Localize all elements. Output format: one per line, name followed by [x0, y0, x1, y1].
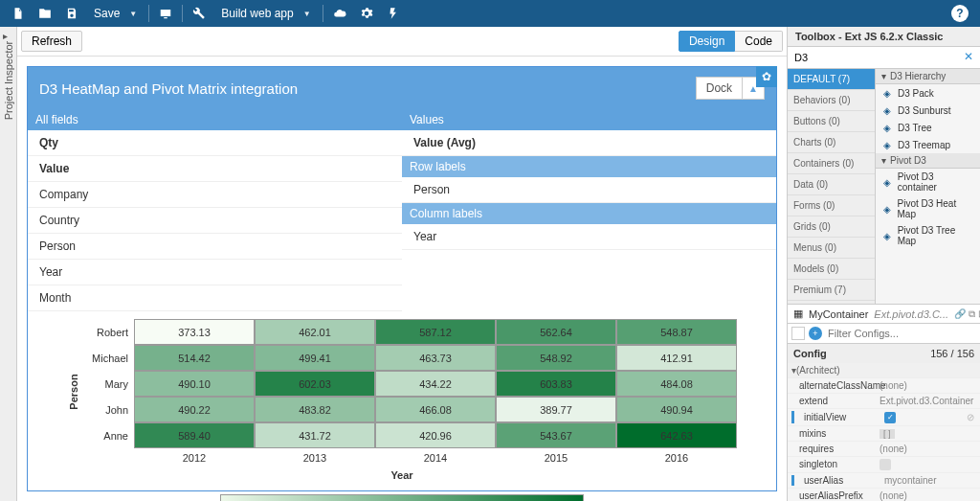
pivot-config-area: All fields QtyValueCompanyCountryPersonY… — [28, 109, 776, 311]
toolbox-panel: Toolbox - Ext JS 6.2.x Classic ✕ DEFAULT… — [787, 27, 980, 501]
heatmap-x-tick: 2013 — [255, 448, 375, 464]
toolbox-item[interactable]: ◈D3 Tree — [876, 119, 980, 136]
heatmap-cell: 373.13 — [134, 319, 255, 345]
checkbox-icon[interactable] — [791, 327, 805, 340]
clear-search-button[interactable]: ✕ — [960, 50, 977, 65]
toolbox-search-input[interactable] — [791, 50, 960, 65]
field-item[interactable]: Value (Avg) — [402, 130, 776, 156]
save-button[interactable]: Save — [86, 3, 145, 24]
component-icon: ◈ — [881, 203, 893, 215]
component-icon: ◈ — [881, 87, 893, 99]
toolbox-category[interactable]: DEFAULT (7) — [788, 69, 875, 90]
field-item[interactable]: Year — [402, 224, 776, 250]
toolbox-category[interactable]: Premium (7) — [788, 280, 875, 301]
color-legend: 400420440460480500520540560580600620640 — [220, 494, 584, 501]
toolbox-category[interactable]: Buttons (0) — [788, 111, 875, 132]
flash-button[interactable] — [381, 3, 406, 24]
heatmap-cell: 499.41 — [255, 345, 375, 371]
config-filter-input[interactable] — [826, 326, 976, 341]
toolbox-item[interactable]: ◈D3 Sunburst — [876, 102, 980, 119]
help-button[interactable]: ? — [946, 1, 974, 26]
config-row[interactable]: mixins[ ] — [788, 426, 980, 442]
toolbox-item[interactable]: ◈Pivot D3 Heat Map — [876, 195, 980, 222]
canvas-toolbar: Refresh Design Code — [17, 27, 787, 57]
settings-button[interactable] — [354, 3, 379, 24]
checkbox-icon[interactable]: ✓ — [884, 412, 896, 423]
toolbox-category[interactable]: Models (0) — [788, 259, 875, 280]
heatmap-x-tick: 2015 — [496, 448, 616, 464]
toolbox-item[interactable]: ◈Pivot D3 container — [876, 169, 980, 195]
toolbox-category[interactable]: Grids (0) — [788, 216, 875, 238]
toolbox-categories: DEFAULT (7)Behaviors (0)Buttons (0)Chart… — [788, 69, 876, 304]
component-name: MyContainer — [809, 308, 868, 320]
config-row[interactable]: singleton✓ — [788, 457, 980, 474]
config-row[interactable]: userAliasmycontainer — [788, 473, 980, 489]
column-labels-header: Column labels — [402, 203, 776, 224]
group-header-pivot-d3[interactable]: ▾Pivot D3 — [876, 153, 980, 169]
config-group-row[interactable]: ▾ (Architect) — [788, 363, 980, 378]
config-row[interactable]: initialView✓⊘ — [788, 409, 980, 426]
toolbox-item[interactable]: ◈D3 Treemap — [876, 136, 980, 153]
pivot-panel: ✿ D3 HeatMap and Pivot Matrix integratio… — [27, 66, 777, 491]
heatmap-cell: 420.96 — [375, 422, 496, 448]
config-count: 156 / 156 — [930, 348, 974, 359]
new-file-button[interactable] — [6, 3, 31, 24]
config-row[interactable]: userAliasPrefix(none) — [788, 489, 980, 501]
component-type: Ext.pivot.d3.C... — [874, 308, 948, 320]
copy-icon[interactable]: ⧉ — [969, 308, 975, 320]
heatmap-cell: 548.92 — [496, 345, 616, 371]
field-item[interactable]: Person — [402, 177, 776, 203]
toolbox-category[interactable]: Data (0) — [788, 174, 875, 195]
refresh-button[interactable]: Refresh — [21, 31, 82, 52]
component-icon: ◈ — [881, 176, 893, 188]
heatmap-cell: 514.42 — [134, 345, 255, 371]
heatmap-cell: 434.22 — [375, 371, 496, 397]
config-row[interactable]: alternateClassName(none) — [788, 378, 980, 394]
field-item[interactable]: Value — [28, 156, 402, 182]
canvas-column: Refresh Design Code ✿ D3 HeatMap and Piv… — [17, 27, 787, 501]
filter-mode-button[interactable]: + — [809, 327, 822, 340]
config-row[interactable]: extendExt.pivot.d3.Container — [788, 394, 980, 409]
checkbox-icon[interactable]: ✓ — [880, 459, 891, 470]
group-header-d3-hierarchy[interactable]: ▾D3 Hierarchy — [876, 69, 980, 84]
code-tab[interactable]: Code — [735, 31, 783, 52]
panel-gear-button[interactable]: ✿ — [756, 66, 777, 87]
config-row[interactable]: requires(none) — [788, 442, 980, 457]
all-fields-header: All fields — [28, 109, 402, 130]
field-item[interactable]: Year — [28, 260, 402, 285]
field-item[interactable]: Company — [28, 182, 402, 208]
toolbox-category[interactable]: Forms (0) — [788, 195, 875, 216]
panel-title: D3 HeatMap and Pivot Matrix integration — [39, 80, 298, 97]
link-icon[interactable]: 🔗 — [954, 308, 966, 320]
build-web-app-button[interactable]: Build web app — [213, 3, 318, 24]
toolbox-item[interactable]: ◈Pivot D3 Tree Map — [876, 222, 980, 249]
heatmap-cell: 490.94 — [616, 397, 737, 422]
dock-button[interactable]: Dock — [696, 77, 743, 100]
field-item[interactable]: Person — [28, 234, 402, 260]
field-item[interactable]: Month — [28, 285, 402, 311]
grid-icon: ▦ — [793, 307, 803, 320]
heatmap-cell: 548.87 — [616, 319, 737, 345]
toolbar-divider — [182, 5, 183, 22]
heatmap-cell: 389.77 — [496, 397, 616, 422]
top-toolbar: Save Build web app ? — [0, 0, 980, 27]
project-inspector-tab[interactable]: ▸ Project Inspector — [0, 27, 17, 501]
save-icon-button[interactable] — [59, 3, 84, 24]
toolbox-category[interactable]: Menus (0) — [788, 238, 875, 259]
config-header: Config 156 / 156 — [788, 343, 980, 363]
toolbox-category[interactable]: Behaviors (0) — [788, 90, 875, 111]
cloud-button[interactable] — [327, 3, 352, 24]
toolbox-category[interactable]: Charts (0) — [788, 132, 875, 153]
toolbox-item[interactable]: ◈D3 Pack — [876, 84, 980, 102]
heatmap-row-label: Anne — [88, 430, 134, 442]
toolbox-category[interactable]: Containers (0) — [788, 153, 875, 174]
field-item[interactable]: Country — [28, 208, 402, 234]
design-tab[interactable]: Design — [679, 31, 735, 52]
preview-button[interactable] — [153, 3, 178, 24]
component-outline[interactable]: ▦ MyContainer Ext.pivot.d3.C... 🔗 ⧉ ⊞ ⊟ — [788, 304, 980, 323]
field-item[interactable]: Qty — [28, 130, 402, 156]
open-folder-button[interactable] — [33, 3, 57, 24]
heatmap-cell: 602.03 — [255, 371, 375, 397]
remove-icon[interactable]: ⊘ — [965, 412, 976, 422]
build-tool-button[interactable] — [187, 3, 212, 24]
